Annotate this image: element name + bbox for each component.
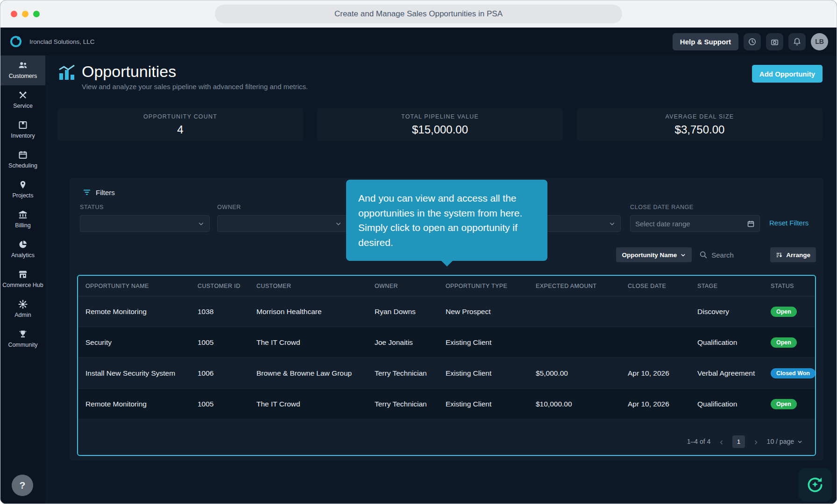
box-icon (18, 120, 28, 130)
chevron-down-icon (680, 252, 686, 258)
page-header: Opportunities View and analyze your sale… (45, 56, 837, 91)
notifications-button[interactable] (788, 33, 806, 50)
help-support-button[interactable]: Help & Support (673, 33, 738, 50)
col-customer: CUSTOMER (249, 283, 367, 289)
sidebar-item-label: Inventory (11, 133, 35, 140)
page-title-group: Opportunities View and analyze your sale… (57, 63, 308, 91)
trophy-icon (18, 329, 28, 339)
sort-by-label: Opportunity Name (622, 252, 677, 259)
search-box (699, 251, 763, 259)
page-number-button[interactable]: 1 (732, 435, 745, 448)
chevron-down-icon (198, 220, 205, 227)
sidebar-item-label: Commerce Hub (2, 282, 43, 289)
app-logo-icon (9, 35, 23, 49)
cell-expected-amount: $5,000.00 (528, 369, 620, 378)
titlebar: Create and Manage Sales Opportunities in… (0, 0, 837, 28)
app-header: Ironclad Solutions, LLC Help & Support (0, 28, 837, 56)
col-opportunity-type: OPPORTUNITY TYPE (438, 283, 528, 289)
metric-total-pipeline-value: TOTAL PIPELINE VALUE $15,000.00 (317, 108, 563, 141)
minimize-window-button[interactable] (22, 11, 28, 17)
arrange-button[interactable]: Arrange (770, 247, 816, 262)
search-icon (699, 251, 708, 259)
cell-customer: The IT Crowd (249, 338, 367, 347)
cell-customer: Morrison Healthcare (249, 308, 367, 316)
sidebar-item-label: Scheduling (8, 162, 37, 170)
help-fab-button[interactable]: ? (12, 475, 33, 496)
date-range-input[interactable] (635, 220, 743, 228)
metric-label: AVERAGE DEAL SIZE (666, 113, 734, 120)
close-window-button[interactable] (11, 11, 17, 17)
screenshot-button[interactable] (766, 33, 783, 50)
pie-chart-icon (18, 240, 28, 249)
sidebar-item-projects[interactable]: Projects (0, 175, 45, 205)
metric-opportunity-count: OPPORTUNITY COUNT 4 (57, 108, 303, 141)
cell-status: Open (763, 399, 815, 409)
camera-icon (770, 37, 779, 46)
user-avatar[interactable]: LB (811, 33, 828, 50)
sidebar-item-billing[interactable]: Billing (0, 205, 45, 235)
app-window: Create and Manage Sales Opportunities in… (0, 0, 837, 504)
sidebar-item-customers[interactable]: Customers (0, 56, 45, 85)
col-owner: OWNER (367, 283, 438, 289)
sidebar-item-label: Community (8, 342, 37, 349)
add-opportunity-button[interactable]: Add Opportunity (752, 65, 823, 83)
sidebar-item-inventory[interactable]: Inventory (0, 115, 45, 145)
filter-status: STATUS (80, 204, 210, 232)
page-title-text: Opportunities View and analyze your sale… (82, 63, 308, 91)
page-size-select[interactable]: 10 / page (767, 438, 803, 445)
cell-status: Closed Won (763, 368, 815, 378)
table-row[interactable]: Install New Security System 1006 Browne … (78, 358, 815, 389)
cell-opportunity-type: Existing Client (438, 338, 528, 347)
cell-opportunity-name: Install New Security System (78, 369, 190, 378)
sidebar-item-label: Service (13, 103, 33, 110)
sidebar-item-service[interactable]: Service (0, 85, 45, 115)
filters-heading: Filters (83, 188, 115, 196)
metric-label: OPPORTUNITY COUNT (143, 113, 217, 120)
status-select[interactable] (80, 215, 210, 232)
calendar-icon (747, 220, 755, 228)
close-date-range-label: CLOSE DATE RANGE (630, 204, 760, 211)
cell-close-date: Apr 10, 2026 (620, 369, 690, 378)
table-row[interactable]: Remote Monitoring 1038 Morrison Healthca… (78, 296, 815, 327)
cell-customer-id: 1005 (190, 338, 249, 347)
status-badge: Open (771, 307, 797, 317)
sidebar-item-analytics[interactable]: Analytics (0, 235, 45, 265)
sidebar-item-commerce-hub[interactable]: Commerce Hub (0, 265, 45, 294)
filters-title: Filters (96, 189, 115, 196)
app-body: Customers Service Inventory Scheduling (0, 56, 837, 504)
cell-owner: Ryan Downs (367, 308, 438, 316)
previous-page-button[interactable]: ‹ (720, 437, 723, 446)
cell-stage: Qualification (690, 338, 763, 347)
table-row[interactable]: Security 1005 The IT Crowd Joe Jonaitis … (78, 327, 815, 358)
sort-by-button[interactable]: Opportunity Name (616, 247, 692, 262)
sidebar-item-scheduling[interactable]: Scheduling (0, 145, 45, 175)
history-button[interactable] (744, 33, 761, 50)
table-toolbar: Opportunity Name (616, 247, 816, 263)
search-input[interactable] (711, 251, 763, 259)
owner-select[interactable] (217, 215, 347, 232)
customers-icon (18, 61, 28, 70)
chevron-down-icon (609, 220, 616, 227)
pin-icon (18, 180, 28, 189)
sidebar-item-label: Projects (12, 192, 33, 200)
col-stage: STAGE (690, 283, 763, 289)
reset-filters-link[interactable]: Reset Filters (769, 219, 809, 227)
arrange-label: Arrange (786, 252, 810, 259)
window-title: Create and Manage Sales Opportunities in… (215, 5, 622, 23)
filter-close-date-range: CLOSE DATE RANGE (630, 204, 760, 232)
filter-owner: OWNER (217, 204, 347, 232)
arrange-icon (776, 252, 783, 259)
assistant-refresh-icon (805, 475, 825, 495)
sidebar-item-community[interactable]: Community (0, 324, 45, 354)
traffic-lights (11, 11, 40, 17)
next-page-button[interactable]: › (754, 437, 758, 446)
assistant-fab-button[interactable] (798, 468, 832, 502)
cell-customer-id: 1005 (190, 400, 249, 408)
cell-expected-amount: $10,000.00 (528, 400, 620, 408)
maximize-window-button[interactable] (33, 11, 40, 17)
filter-icon (83, 188, 91, 196)
table-row[interactable]: Remote Monitoring 1005 The IT Crowd Terr… (78, 389, 815, 420)
status-label: STATUS (80, 204, 210, 211)
sidebar-item-admin[interactable]: Admin (0, 294, 45, 324)
gear-icon (18, 300, 28, 309)
